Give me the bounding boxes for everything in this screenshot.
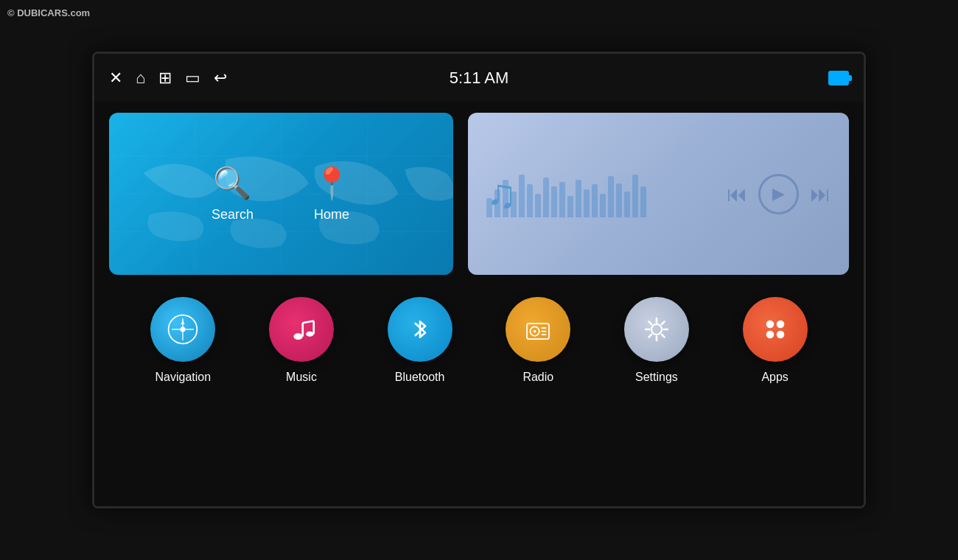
top-bar: ✕ ⌂ ⊞ ▭ ↩ 5:11 AM xyxy=(94,54,864,102)
apps-grid-icon[interactable]: ⊞ xyxy=(158,69,172,88)
play-button[interactable]: ▶ xyxy=(758,174,799,214)
app-circle-apps xyxy=(743,297,808,362)
location-home-icon: 📍 xyxy=(312,165,351,201)
nav-widget-buttons: 🔍 Search 📍 Home xyxy=(211,165,351,223)
main-content: 🔍 Search 📍 Home xyxy=(94,102,864,506)
svg-line-27 xyxy=(648,321,651,324)
svg-line-15 xyxy=(303,321,314,323)
svg-line-28 xyxy=(662,335,665,337)
svg-point-32 xyxy=(776,321,784,329)
svg-point-31 xyxy=(766,321,774,329)
play-icon: ▶ xyxy=(772,184,785,203)
app-label-bluetooth: Bluetooth xyxy=(395,371,445,384)
screen-icon[interactable]: ▭ xyxy=(185,69,200,88)
music-widget[interactable]: ♫ ⏮ ▶ ⏭ xyxy=(468,113,849,275)
app-item-navigation[interactable]: Navigation xyxy=(150,297,215,384)
svg-point-33 xyxy=(766,331,774,339)
svg-point-34 xyxy=(776,331,784,339)
back-icon[interactable]: ↩ xyxy=(214,69,227,88)
apps-row: NavigationMusicBluetoothRadioSettingsApp… xyxy=(109,290,849,388)
app-item-radio[interactable]: Radio xyxy=(506,297,570,384)
app-circle-navigation xyxy=(150,297,215,362)
home-label: Home xyxy=(314,207,349,223)
music-note-area: ♫ xyxy=(486,170,727,217)
search-icon: 🔍 xyxy=(213,165,251,201)
app-circle-radio xyxy=(506,297,570,362)
app-label-settings: Settings xyxy=(635,371,678,384)
battery-icon xyxy=(828,71,849,85)
music-controls: ⏮ ▶ ⏭ xyxy=(727,174,831,214)
prev-track-button[interactable]: ⏮ xyxy=(727,182,747,206)
close-icon[interactable]: ✕ xyxy=(109,69,122,88)
top-bar-right xyxy=(828,71,849,85)
app-item-bluetooth[interactable]: Bluetooth xyxy=(388,297,452,384)
app-circle-music xyxy=(269,297,334,362)
screen: ✕ ⌂ ⊞ ▭ ↩ 5:11 AM xyxy=(94,54,864,506)
app-label-music: Music xyxy=(286,371,317,384)
top-bar-left: ✕ ⌂ ⊞ ▭ ↩ xyxy=(109,69,227,88)
svg-point-11 xyxy=(293,333,302,340)
app-item-music[interactable]: Music xyxy=(269,297,334,384)
svg-line-30 xyxy=(648,335,651,337)
music-note-icon: ♫ xyxy=(486,170,517,217)
svg-point-12 xyxy=(306,332,314,337)
home-icon[interactable]: ⌂ xyxy=(136,69,145,88)
svg-line-29 xyxy=(662,321,665,324)
home-nav-button[interactable]: 📍 Home xyxy=(312,165,351,223)
svg-rect-19 xyxy=(542,327,547,329)
app-circle-bluetooth xyxy=(388,297,452,362)
app-item-settings[interactable]: Settings xyxy=(624,297,689,384)
clock: 5:11 AM xyxy=(450,69,509,88)
app-item-apps[interactable]: Apps xyxy=(743,297,808,384)
svg-rect-21 xyxy=(542,334,547,335)
app-circle-settings xyxy=(624,297,689,362)
svg-point-9 xyxy=(181,326,186,332)
search-nav-button[interactable]: 🔍 Search xyxy=(211,165,254,223)
watermark: © DUBICARS.com xyxy=(7,7,90,18)
app-label-radio: Radio xyxy=(522,371,553,384)
search-label: Search xyxy=(211,207,254,223)
next-track-button[interactable]: ⏭ xyxy=(810,182,831,206)
navigation-widget[interactable]: 🔍 Search 📍 Home xyxy=(109,113,453,275)
svg-point-22 xyxy=(651,324,662,335)
svg-rect-20 xyxy=(542,331,547,332)
car-frame: © DUBICARS.com ✕ ⌂ ⊞ ▭ ↩ 5:11 AM xyxy=(0,0,958,560)
app-label-navigation: Navigation xyxy=(155,371,211,384)
app-label-apps: Apps xyxy=(761,371,788,384)
screen-outer: ✕ ⌂ ⊞ ▭ ↩ 5:11 AM xyxy=(92,52,866,508)
widgets-row: 🔍 Search 📍 Home xyxy=(109,113,849,275)
svg-point-18 xyxy=(534,330,536,333)
